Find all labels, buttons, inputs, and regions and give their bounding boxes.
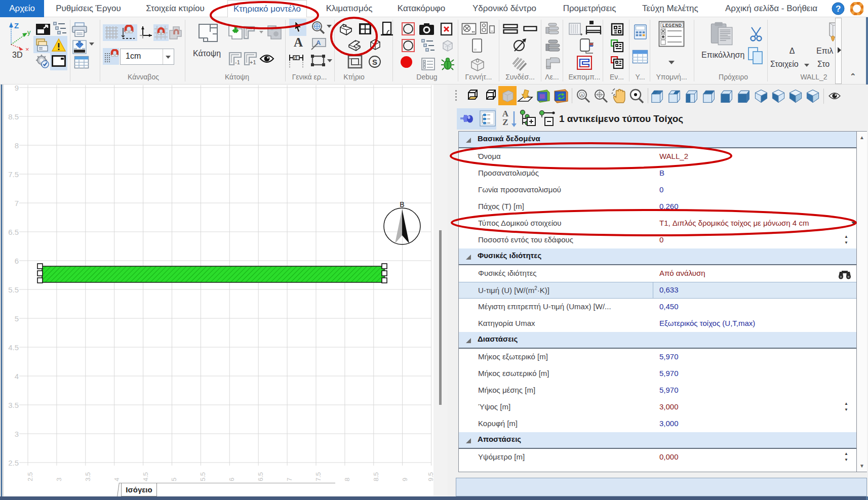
svg-text:Z: Z xyxy=(14,21,19,30)
svg-text:S: S xyxy=(372,58,377,66)
svg-text:3.5: 3.5 xyxy=(8,401,19,409)
svg-text:4.5: 4.5 xyxy=(8,343,19,352)
svg-text:5.5: 5.5 xyxy=(8,285,19,294)
svg-text:+1: +1 xyxy=(250,59,256,65)
svg-text:-1: -1 xyxy=(235,59,240,65)
svg-text:LEGEND: LEGEND xyxy=(662,23,682,28)
svg-text:A: A xyxy=(580,93,583,98)
svg-text:×: × xyxy=(25,46,29,51)
svg-text:B: B xyxy=(400,200,404,209)
svg-text:7.5: 7.5 xyxy=(8,170,19,179)
svg-text:3: 3 xyxy=(15,430,19,438)
svg-text:y: y xyxy=(27,28,31,36)
svg-text:5: 5 xyxy=(15,314,19,323)
svg-text:?: ? xyxy=(836,4,841,14)
svg-text:8.5: 8.5 xyxy=(8,112,19,121)
svg-text:A: A xyxy=(316,39,321,47)
svg-text:7: 7 xyxy=(15,199,19,207)
svg-text:8: 8 xyxy=(15,141,19,150)
svg-text:9: 9 xyxy=(15,85,19,92)
svg-text:4: 4 xyxy=(15,372,19,381)
svg-text:d: d xyxy=(294,55,297,61)
svg-text:6: 6 xyxy=(15,257,19,265)
svg-text:6.5: 6.5 xyxy=(8,228,19,236)
svg-text:2.5: 2.5 xyxy=(8,459,19,467)
